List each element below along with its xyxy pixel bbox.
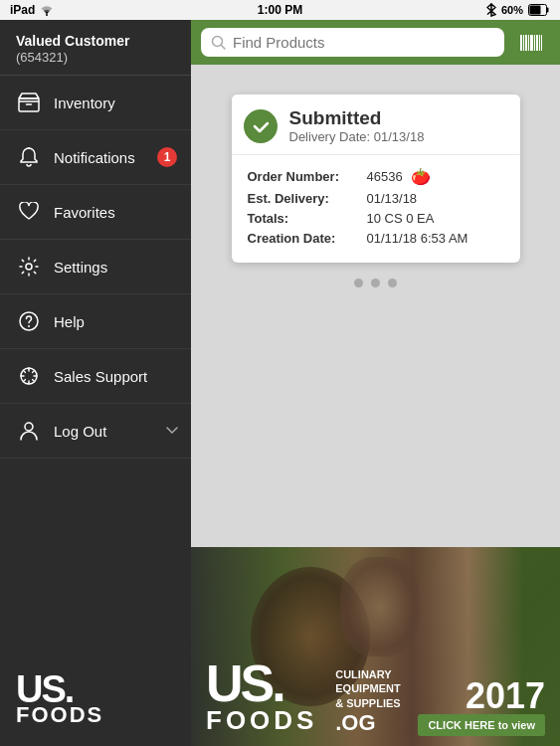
time-display: 1:00 PM [258, 3, 302, 17]
sidebar-item-logout[interactable]: Log Out [0, 404, 191, 459]
order-card-header: Submitted Delivery Date: 01/13/18 [232, 94, 520, 155]
svg-point-5 [28, 147, 30, 149]
sidebar-item-sales-support[interactable]: Sales Support [0, 349, 191, 404]
order-card: Submitted Delivery Date: 01/13/18 Order … [232, 94, 520, 263]
food-icon: 🍅 [411, 167, 431, 186]
bluetooth-icon [486, 3, 496, 17]
bottom-dot-text: . [272, 653, 285, 713]
sales-support-label: Sales Support [54, 368, 147, 385]
status-bar: iPad 1:00 PM 60% [0, 0, 560, 20]
bottom-foods-text: FOODS [206, 705, 317, 736]
svg-rect-15 [528, 35, 529, 51]
pagination-dots [354, 279, 397, 287]
svg-rect-13 [523, 35, 524, 51]
order-row-est-delivery: Est. Delivery: 01/13/18 [248, 191, 504, 206]
svg-point-0 [46, 14, 48, 16]
sidebar-logo: US . FOODS [0, 651, 191, 746]
totals-value: 10 CS 0 EA [367, 211, 504, 226]
est-delivery-label: Est. Delivery: [248, 191, 367, 206]
chevron-down-icon [165, 426, 179, 436]
bottom-us-foods-logo: US . FOODS [206, 653, 317, 736]
catalog-line1: CULINARY [335, 667, 400, 681]
est-delivery-value: 01/13/18 [367, 191, 504, 206]
svg-rect-12 [520, 35, 522, 51]
logout-label: Log Out [54, 423, 106, 440]
svg-rect-18 [536, 35, 538, 51]
wifi-icon [40, 4, 54, 16]
svg-rect-19 [539, 35, 540, 51]
year-and-cta: 2017 CLICK HERE to view [418, 678, 545, 736]
box-icon [16, 90, 42, 115]
order-row-creation: Creation Date: 01/11/18 6:53 AM [248, 231, 504, 246]
device-label: iPad [10, 3, 35, 17]
sidebar: Valued Customer (654321) Inventory [0, 20, 191, 746]
svg-rect-3 [530, 6, 541, 15]
user-id: (654321) [16, 50, 175, 65]
order-card-body: Order Number: 46536 🍅 Est. Delivery: 01/… [232, 155, 520, 263]
svg-point-6 [26, 264, 32, 270]
svg-point-8 [28, 325, 30, 327]
sidebar-item-settings[interactable]: Settings [0, 240, 191, 294]
order-number-value: 46536 🍅 [367, 167, 504, 186]
search-icon [211, 35, 227, 51]
submitted-icon [244, 109, 278, 143]
support-icon [16, 363, 42, 389]
order-delivery-label: Delivery Date: 01/13/18 [289, 129, 425, 144]
notifications-label: Notifications [54, 149, 135, 166]
bottom-us-text: US [206, 653, 272, 713]
heart-icon [16, 199, 42, 225]
sidebar-item-favorites[interactable]: Favorites [0, 185, 191, 240]
barcode-icon [520, 35, 542, 51]
gear-icon [16, 254, 42, 280]
sidebar-item-inventory[interactable]: Inventory [0, 76, 191, 130]
sidebar-header: Valued Customer (654321) [0, 20, 191, 76]
order-status-title: Submitted [289, 108, 425, 129]
order-row-totals: Totals: 10 CS 0 EA [248, 211, 504, 226]
battery-icon [528, 4, 550, 16]
svg-rect-20 [541, 35, 542, 51]
bell-icon [16, 144, 42, 170]
dot-3[interactable] [388, 279, 397, 287]
dot-2[interactable] [371, 279, 380, 287]
click-here-button[interactable]: CLICK HERE to view [418, 714, 545, 736]
user-icon [16, 418, 42, 444]
bottom-banner: US . FOODS CULINARY EQUIPMENT & SUPPLIES… [191, 547, 560, 746]
log-text: .OG [335, 710, 400, 736]
creation-date-value: 01/11/18 6:53 AM [367, 231, 504, 246]
order-row-number: Order Number: 46536 🍅 [248, 167, 504, 186]
svg-rect-16 [530, 35, 533, 51]
delivery-date-label: Delivery Date: [289, 129, 371, 144]
help-label: Help [54, 313, 85, 330]
barcode-button[interactable] [512, 30, 550, 56]
battery-label: 60% [501, 4, 523, 16]
content-body: Submitted Delivery Date: 01/13/18 Order … [191, 65, 560, 746]
notification-badge: 1 [157, 147, 177, 167]
foods-logo-text: FOODS [16, 704, 103, 726]
order-number-label: Order Number: [248, 169, 367, 184]
dot-1[interactable] [354, 279, 363, 287]
order-status-info: Submitted Delivery Date: 01/13/18 [289, 108, 425, 144]
catalog-line3: & SUPPLIES [335, 696, 400, 710]
main-content: Submitted Delivery Date: 01/13/18 Order … [191, 20, 560, 746]
svg-rect-17 [534, 35, 535, 51]
user-name: Valued Customer [16, 32, 175, 50]
delivery-date-value: 01/13/18 [374, 129, 425, 144]
year-text: 2017 [418, 678, 545, 714]
search-input[interactable] [233, 34, 494, 51]
sidebar-item-help[interactable]: Help [0, 294, 191, 349]
creation-date-label: Creation Date: [248, 231, 367, 246]
search-bar [201, 28, 504, 57]
svg-rect-14 [525, 35, 527, 51]
catalog-line2: EQUIPMENT [335, 681, 400, 695]
help-icon [16, 308, 42, 334]
favorites-label: Favorites [54, 204, 115, 221]
search-header [191, 20, 560, 65]
svg-rect-2 [547, 8, 549, 13]
catalog-info: CULINARY EQUIPMENT & SUPPLIES .OG [335, 667, 400, 736]
sidebar-item-notifications[interactable]: Notifications 1 [0, 130, 191, 185]
main-layout: Valued Customer (654321) Inventory [0, 20, 560, 746]
totals-label: Totals: [248, 211, 367, 226]
inventory-label: Inventory [54, 94, 115, 111]
settings-label: Settings [54, 259, 107, 276]
svg-point-10 [25, 423, 33, 431]
